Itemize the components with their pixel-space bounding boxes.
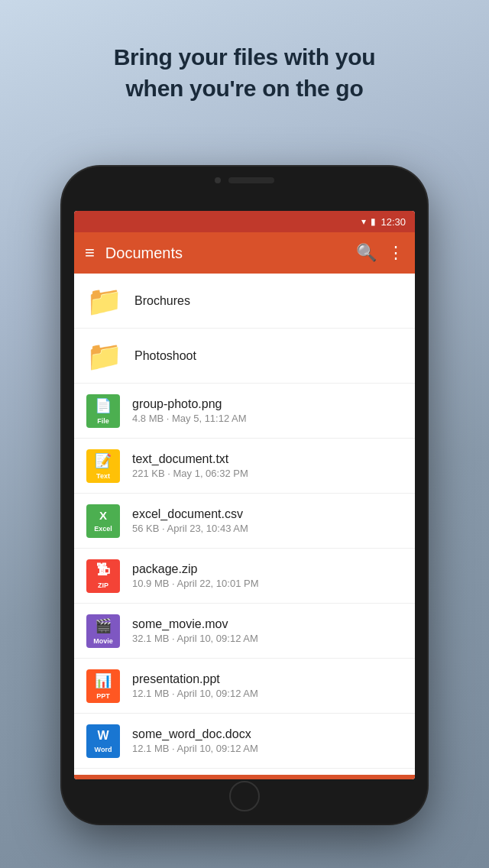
file-name: some_word_doc.docx [132, 727, 403, 741]
headline-line2: when you're on the go [126, 76, 364, 101]
headline: Bring your files with you when you're on… [0, 42, 489, 104]
status-bar: ▾ ▮ 12:30 [74, 211, 415, 232]
file-name: text_document.txt [132, 452, 403, 466]
more-options-icon[interactable]: ⋮ [387, 243, 404, 263]
file-meta: 221 KB · May 1, 06:32 PM [132, 468, 403, 479]
file-info: Photoshoot [134, 349, 403, 363]
phone-top-bar [215, 177, 274, 183]
file-type-icon: 📊 PPT [86, 669, 120, 703]
file-info: package.zip 10.9 MB · April 22, 10:01 PM [132, 562, 403, 589]
file-meta: 32.1 MB · April 10, 09:12 AM [132, 633, 403, 644]
file-name: presentation.ppt [132, 672, 403, 686]
search-icon[interactable]: 🔍 [356, 243, 377, 263]
wifi-icon: ▾ [361, 216, 366, 227]
file-type-icon: 📝 Text [86, 449, 120, 483]
list-item[interactable]: X Excel excel_document.csv 56 KB · April… [74, 494, 415, 549]
toolbar-title: Documents [105, 245, 345, 262]
list-item[interactable]: 📁 Brochures [74, 274, 415, 329]
headline-line1: Bring your files with you [114, 44, 376, 70]
phone-screen: ▾ ▮ 12:30 ≡ Documents 🔍 ⋮ 📁 Brochures 📁 [74, 211, 415, 779]
battery-icon: ▮ [371, 216, 376, 227]
file-info: Brochures [134, 294, 403, 308]
file-meta: 56 KB · April 23, 10:43 AM [132, 523, 403, 534]
folder-icon: 📁 [86, 284, 122, 318]
file-meta: 12.1 MB · April 10, 09:12 AM [132, 688, 403, 699]
file-meta: 10.9 MB · April 22, 10:01 PM [132, 578, 403, 589]
status-time: 12:30 [381, 216, 406, 228]
file-type-icon: 📄 File [86, 394, 120, 428]
phone: ▾ ▮ 12:30 ≡ Documents 🔍 ⋮ 📁 Brochures 📁 [62, 167, 427, 824]
file-list: 📁 Brochures 📁 Photoshoot 📄 File [74, 274, 415, 775]
list-item[interactable]: 📝 Text text_document.txt 221 KB · May 1,… [74, 439, 415, 494]
home-button[interactable] [229, 781, 260, 811]
camera-dot [215, 177, 221, 183]
file-info: excel_document.csv 56 KB · April 23, 10:… [132, 507, 403, 534]
speaker-grill [228, 177, 274, 183]
file-type-icon: 🎬 Movie [86, 614, 120, 648]
list-item[interactable]: 📄 File group-photo.png 4.8 MB · May 5, 1… [74, 384, 415, 439]
list-item[interactable]: 🗜 ZIP package.zip 10.9 MB · April 22, 10… [74, 549, 415, 604]
file-type-icon: X Excel [86, 504, 120, 538]
app-toolbar: ≡ Documents 🔍 ⋮ [74, 232, 415, 274]
list-item[interactable]: W Word some_word_doc.docx 12.1 MB · Apri… [74, 714, 415, 769]
file-name: excel_document.csv [132, 507, 403, 521]
file-meta: 12.1 MB · April 10, 09:12 AM [132, 743, 403, 754]
file-type-icon: W Word [86, 724, 120, 758]
folder-name: Photoshoot [134, 349, 403, 363]
file-name: group-photo.png [132, 397, 403, 411]
file-info: some_word_doc.docx 12.1 MB · April 10, 0… [132, 727, 403, 754]
file-info: some_movie.mov 32.1 MB · April 10, 09:12… [132, 617, 403, 644]
file-name: some_movie.mov [132, 617, 403, 631]
list-item[interactable]: 📊 PPT presentation.ppt 12.1 MB · April 1… [74, 659, 415, 714]
file-info: text_document.txt 221 KB · May 1, 06:32 … [132, 452, 403, 479]
file-meta: 4.8 MB · May 5, 11:12 AM [132, 413, 403, 424]
file-info: group-photo.png 4.8 MB · May 5, 11:12 AM [132, 397, 403, 424]
list-item[interactable]: 📁 Photoshoot [74, 329, 415, 384]
file-name: package.zip [132, 562, 403, 576]
file-type-icon: 🗜 ZIP [86, 559, 120, 593]
folder-icon: 📁 [86, 339, 122, 373]
menu-icon[interactable]: ≡ [85, 243, 95, 263]
folder-name: Brochures [134, 294, 403, 308]
list-item[interactable]: 🎬 Movie some_movie.mov 32.1 MB · April 1… [74, 604, 415, 659]
file-info: presentation.ppt 12.1 MB · April 10, 09:… [132, 672, 403, 699]
bottom-bar [74, 775, 415, 779]
